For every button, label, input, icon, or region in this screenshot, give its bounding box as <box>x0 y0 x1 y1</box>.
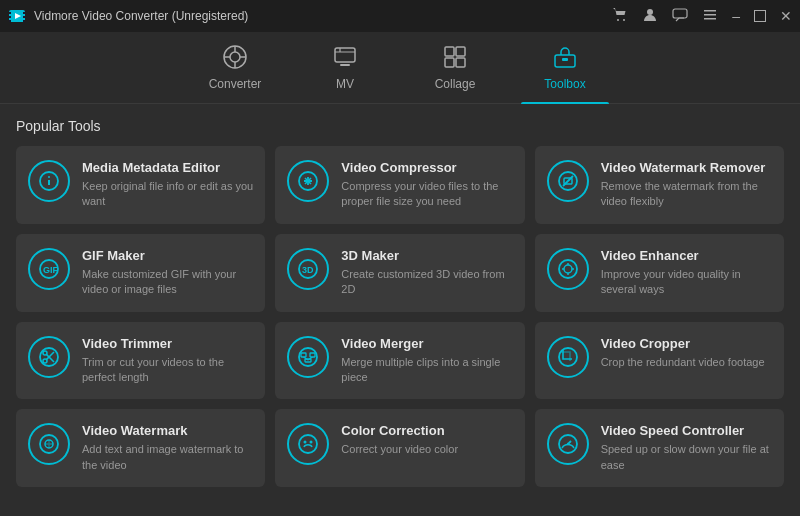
gif-maker-name: GIF Maker <box>82 248 253 263</box>
video-watermark-remover-icon <box>547 160 589 202</box>
tab-converter-label: Converter <box>209 77 262 91</box>
svg-point-56 <box>304 441 307 444</box>
svg-point-10 <box>647 9 653 15</box>
minimize-button[interactable]: – <box>732 8 740 24</box>
video-watermark-remover-text: Video Watermark Remover Remove the water… <box>601 160 772 210</box>
svg-point-31 <box>48 176 50 178</box>
tool-card-video-compressor[interactable]: Video Compressor Compress your video fil… <box>275 146 524 224</box>
tool-card-video-merger[interactable]: Video Merger Merge multiple clips into a… <box>275 322 524 400</box>
video-trimmer-desc: Trim or cut your videos to the perfect l… <box>82 355 253 386</box>
video-merger-desc: Merge multiple clips into a single piece <box>341 355 512 386</box>
gif-maker-icon: GIF <box>28 248 70 290</box>
tab-toolbox-label: Toolbox <box>544 77 585 91</box>
tool-card-video-trimmer[interactable]: Video Trimmer Trim or cut your videos to… <box>16 322 265 400</box>
mv-icon <box>332 44 358 73</box>
nav-bar: Converter MV Collage <box>0 32 800 104</box>
svg-point-8 <box>617 19 619 21</box>
3d-maker-text: 3D Maker Create customized 3D video from… <box>341 248 512 298</box>
cart-icon[interactable] <box>612 7 628 26</box>
toolbox-icon <box>552 44 578 73</box>
tool-card-gif-maker[interactable]: GIF GIF Maker Make customized GIF with y… <box>16 234 265 312</box>
video-enhancer-icon <box>547 248 589 290</box>
video-compressor-desc: Compress your video files to the proper … <box>341 179 512 210</box>
collage-icon <box>442 44 468 73</box>
svg-point-57 <box>310 441 313 444</box>
video-speed-controller-icon <box>547 423 589 465</box>
tab-toolbox[interactable]: Toolbox <box>510 32 620 104</box>
svg-rect-4 <box>23 12 25 14</box>
converter-icon <box>222 44 248 73</box>
3d-maker-desc: Create customized 3D video from 2D <box>341 267 512 298</box>
svg-rect-23 <box>445 47 454 56</box>
media-metadata-name: Media Metadata Editor <box>82 160 253 175</box>
video-watermark-name: Video Watermark <box>82 423 253 438</box>
video-speed-controller-name: Video Speed Controller <box>601 423 772 438</box>
app-title: Vidmore Video Converter (Unregistered) <box>34 9 248 23</box>
video-speed-controller-text: Video Speed Controller Speed up or slow … <box>601 423 772 473</box>
svg-point-39 <box>559 260 577 278</box>
video-merger-icon <box>287 336 329 378</box>
color-correction-name: Color Correction <box>341 423 458 438</box>
user-icon[interactable] <box>642 7 658 26</box>
video-cropper-name: Video Cropper <box>601 336 765 351</box>
svg-point-9 <box>623 19 625 21</box>
video-speed-controller-desc: Speed up or slow down your file at ease <box>601 442 772 473</box>
video-cropper-text: Video Cropper Crop the redundant video f… <box>601 336 765 370</box>
video-trimmer-text: Video Trimmer Trim or cut your videos to… <box>82 336 253 386</box>
3d-maker-name: 3D Maker <box>341 248 512 263</box>
svg-rect-47 <box>301 353 306 357</box>
tool-card-video-cropper[interactable]: Video Cropper Crop the redundant video f… <box>535 322 784 400</box>
title-bar: Vidmore Video Converter (Unregistered) –… <box>0 0 800 32</box>
media-metadata-text: Media Metadata Editor Keep original file… <box>82 160 253 210</box>
video-enhancer-name: Video Enhancer <box>601 248 772 263</box>
main-content: Popular Tools Media Metadata Editor Keep… <box>0 104 800 516</box>
tool-card-3d-maker[interactable]: 3D 3D Maker Create customized 3D video f… <box>275 234 524 312</box>
chat-icon[interactable] <box>672 7 688 26</box>
video-watermark-remover-desc: Remove the watermark from the video flex… <box>601 179 772 210</box>
svg-rect-25 <box>445 58 454 67</box>
tab-collage[interactable]: Collage <box>400 32 510 104</box>
svg-text:GIF: GIF <box>43 265 59 275</box>
svg-rect-21 <box>335 48 355 62</box>
maximize-button[interactable] <box>754 10 766 22</box>
video-compressor-name: Video Compressor <box>341 160 512 175</box>
tool-card-video-enhancer[interactable]: Video Enhancer Improve your video qualit… <box>535 234 784 312</box>
svg-rect-12 <box>704 10 716 12</box>
svg-point-40 <box>564 265 572 273</box>
svg-point-16 <box>230 52 240 62</box>
menu-icon[interactable] <box>702 7 718 26</box>
tool-card-color-correction[interactable]: Color Correction Correct your video colo… <box>275 409 524 487</box>
tab-mv[interactable]: MV <box>290 32 400 104</box>
video-watermark-text: Video Watermark Add text and image water… <box>82 423 253 473</box>
svg-rect-1 <box>9 12 11 14</box>
svg-rect-28 <box>562 58 568 61</box>
video-watermark-desc: Add text and image watermark to the vide… <box>82 442 253 473</box>
tool-card-video-speed-controller[interactable]: Video Speed Controller Speed up or slow … <box>535 409 784 487</box>
video-watermark-icon <box>28 423 70 465</box>
tool-card-video-watermark[interactable]: Video Watermark Add text and image water… <box>16 409 265 487</box>
video-watermark-remover-name: Video Watermark Remover <box>601 160 772 175</box>
tab-collage-label: Collage <box>435 77 476 91</box>
gif-maker-desc: Make customized GIF with your video or i… <box>82 267 253 298</box>
svg-rect-3 <box>9 20 11 22</box>
gif-maker-text: GIF Maker Make customized GIF with your … <box>82 248 253 298</box>
tools-grid: Media Metadata Editor Keep original file… <box>16 146 784 487</box>
svg-rect-2 <box>9 16 11 18</box>
color-correction-desc: Correct your video color <box>341 442 458 457</box>
color-correction-icon <box>287 423 329 465</box>
svg-rect-11 <box>673 9 687 18</box>
svg-rect-22 <box>340 64 350 66</box>
media-metadata-desc: Keep original file info or edit as you w… <box>82 179 253 210</box>
3d-maker-icon: 3D <box>287 248 329 290</box>
video-merger-text: Video Merger Merge multiple clips into a… <box>341 336 512 386</box>
tool-card-video-watermark-remover[interactable]: Video Watermark Remover Remove the water… <box>535 146 784 224</box>
tool-card-media-metadata[interactable]: Media Metadata Editor Keep original file… <box>16 146 265 224</box>
svg-point-43 <box>43 359 47 363</box>
video-merger-name: Video Merger <box>341 336 512 351</box>
video-cropper-icon <box>547 336 589 378</box>
close-button[interactable]: ✕ <box>780 8 792 24</box>
video-trimmer-name: Video Trimmer <box>82 336 253 351</box>
tab-converter[interactable]: Converter <box>180 32 290 104</box>
section-title: Popular Tools <box>16 118 784 134</box>
svg-rect-13 <box>704 14 716 16</box>
